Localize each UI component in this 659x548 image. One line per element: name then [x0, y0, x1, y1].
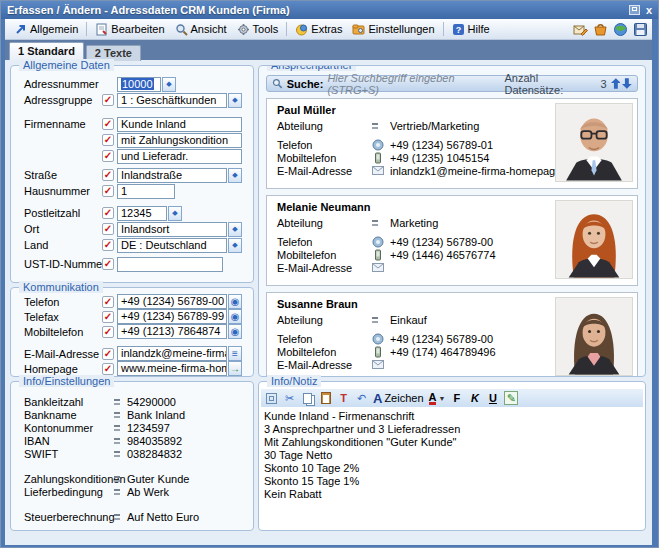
equals-icon [114, 412, 120, 418]
firmenname-field-2[interactable]: mit Zahlungskondition [117, 133, 242, 148]
maximize-icon[interactable] [265, 391, 278, 405]
menu-separator [286, 22, 287, 36]
row-telefon: Telefon ✓ +49 (1234) 56789-00 ◉ [11, 294, 253, 309]
row-postleitzahl: Postleitzahl ✓ 12345 ◆ [11, 205, 253, 221]
check-icon[interactable]: ✓ [102, 311, 114, 323]
save-icon[interactable] [633, 22, 648, 37]
contact-card[interactable]: Paul Müller Abteilung Vertrieb/Marketing… [266, 98, 638, 189]
hausnummer-field[interactable]: 1 [117, 184, 175, 199]
font-color-button[interactable]: A▼ [429, 391, 446, 405]
telefon-field[interactable]: +49 (1234) 56789-00 [117, 294, 227, 309]
telefax-field[interactable]: +49 (1234) 56789-99 [117, 309, 227, 324]
mail-button[interactable]: ≡ [228, 346, 242, 361]
menu-allgemein[interactable]: Allgemein [9, 21, 83, 38]
contact-search-bar[interactable]: Suche: Hier Suchbegriff eingeben (STRG+S… [266, 75, 638, 92]
check-icon[interactable]: ✓ [102, 258, 114, 270]
check-icon[interactable]: ✓ [102, 118, 114, 130]
note-text-area[interactable]: Kunde Inland - Firmenanschrift 3 Ansprec… [261, 408, 643, 528]
dropdown-button[interactable]: ◆ [228, 222, 242, 237]
paste-icon[interactable] [319, 391, 332, 405]
equals-icon [114, 489, 120, 495]
undo-icon[interactable]: ↶ [355, 391, 368, 405]
arrow-up-icon[interactable] [611, 78, 621, 89]
postleitzahl-field[interactable]: 12345 [117, 206, 167, 221]
compose-mail-icon[interactable] [573, 22, 588, 37]
menu-tools[interactable]: Tools [232, 21, 284, 38]
envelope-icon [372, 360, 384, 369]
check-icon[interactable]: ✓ [102, 185, 114, 197]
globe-icon[interactable] [613, 22, 628, 37]
menu-hilfe[interactable]: ? Hilfe [447, 21, 495, 38]
check-icon[interactable]: ✓ [102, 223, 114, 235]
info-row: SteuerberechnungAuf Netto Euro [11, 510, 253, 523]
dropdown-button[interactable]: ◆ [228, 93, 242, 108]
dial-button[interactable]: ◉ [228, 309, 242, 324]
homepage-field[interactable]: www.meine-firma-homepage.de [117, 361, 227, 376]
spinner-button[interactable]: ◆ [162, 77, 176, 92]
underline-button[interactable]: U [486, 391, 499, 405]
row-firmenname-3: ✓ und Lieferadr. [11, 148, 253, 164]
row-email: E-Mail-Adresse ✓ inlandzk@meine-firma-ho… [11, 346, 253, 361]
phone-icon [372, 139, 384, 151]
tab-standard[interactable]: 1 Standard [9, 42, 84, 60]
envelope-icon [372, 263, 384, 272]
check-icon[interactable]: ✓ [102, 169, 114, 181]
check-icon[interactable]: ✓ [102, 296, 114, 308]
dial-button[interactable]: ◉ [228, 294, 242, 309]
check-icon[interactable]: ✓ [102, 207, 114, 219]
copy-icon[interactable] [301, 391, 314, 405]
font-icon[interactable]: T [337, 391, 350, 405]
edit-note-icon[interactable]: ✎ [504, 391, 518, 405]
menu-ansicht[interactable]: Ansicht [170, 21, 232, 38]
check-icon[interactable]: ✓ [102, 348, 114, 360]
row-hausnummer: Hausnummer ✓ 1 [11, 183, 253, 199]
menu-einstellungen[interactable]: Einstellungen [347, 21, 439, 38]
menu-bearbeiten[interactable]: Bearbeiten [90, 21, 169, 38]
email-field[interactable]: inlandzk@meine-firma-homepage.de [117, 346, 227, 361]
mobile-phone-icon [372, 249, 384, 261]
menu-extras[interactable]: Extras [290, 21, 347, 38]
panel-kommunikation: Kommunikation Telefon ✓ +49 (1234) 56789… [10, 287, 254, 377]
row-firmenname-1: Firmenname ✓ Kunde Inland [11, 116, 253, 132]
search-label: Suche: [287, 78, 324, 90]
firmenname-field-3[interactable]: und Lieferadr. [117, 149, 242, 164]
check-icon[interactable]: ✓ [102, 94, 114, 106]
arrow-down-icon[interactable] [622, 78, 632, 89]
check-icon[interactable]: ✓ [102, 363, 114, 375]
bold-button[interactable]: F [450, 391, 463, 405]
restore-button[interactable] [629, 5, 640, 15]
dial-button[interactable]: ◉ [228, 324, 242, 339]
land-field[interactable]: DE : Deutschland [117, 238, 227, 253]
go-button[interactable]: → [228, 361, 242, 376]
check-icon[interactable]: ✓ [102, 239, 114, 251]
check-icon[interactable]: ✓ [102, 134, 114, 146]
cut-icon[interactable]: ✂ [283, 391, 296, 405]
phone-icon [372, 333, 384, 345]
mobiltelefon-field[interactable]: +49 (1213) 7864874 [117, 324, 227, 339]
check-icon[interactable]: ✓ [102, 150, 114, 162]
basket-icon[interactable] [593, 22, 608, 37]
contact-card[interactable]: Susanne Braun Abteilung Einkauf Telefon … [266, 292, 638, 377]
strasse-field[interactable]: Inlandstraße [117, 168, 227, 183]
char-button[interactable]: AZeichen [373, 391, 424, 405]
ort-field[interactable]: Inlandsort [117, 222, 227, 237]
equals-icon [372, 220, 390, 226]
ust-id-field[interactable] [117, 257, 223, 272]
info-row: Kontonummer1234597 [11, 421, 253, 434]
firmenname-field-1[interactable]: Kunde Inland [117, 117, 242, 132]
contact-photo [555, 103, 633, 182]
dropdown-button[interactable]: ◆ [228, 168, 242, 183]
contact-card[interactable]: Melanie Neumann Abteilung Marketing Tele… [266, 195, 638, 286]
adressnummer-field[interactable]: 10000 [117, 77, 161, 92]
close-button[interactable]: x [646, 5, 652, 15]
adressgruppe-field[interactable]: 1 : Geschäftkunden [117, 93, 227, 108]
panel-allgemeine-daten: Allgemeine Daten Adressnummer ✓ 10000 ◆ … [10, 65, 254, 283]
spinner-button[interactable]: ◆ [168, 206, 182, 221]
panel-info-einstellungen: Info/Einstellungen Bankleitzahl54290000 … [10, 381, 254, 531]
italic-button[interactable]: K [468, 391, 481, 405]
dropdown-button[interactable]: ◆ [228, 238, 242, 253]
panel-title: Info/Einstellungen [19, 375, 114, 387]
svg-text:?: ? [455, 25, 461, 35]
contact-photo [555, 200, 633, 279]
check-icon[interactable]: ✓ [102, 326, 114, 338]
